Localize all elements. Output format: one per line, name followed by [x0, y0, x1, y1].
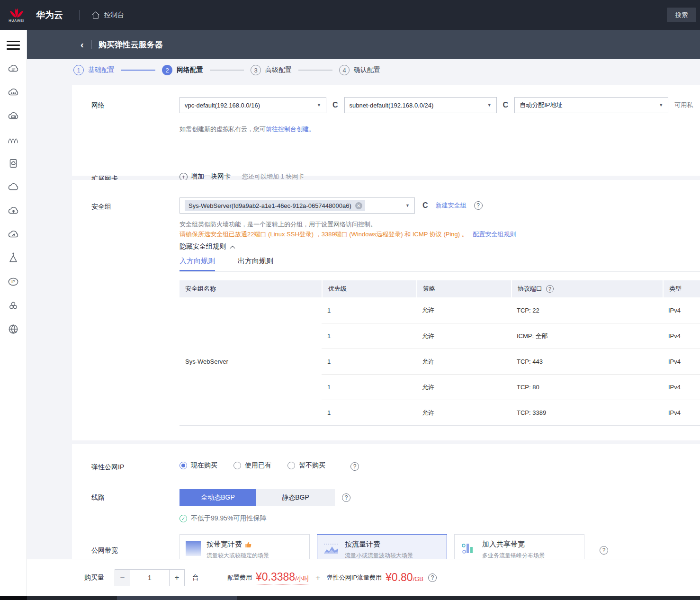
step-advanced-config[interactable]: 3 高级配置 — [251, 65, 292, 75]
available-ip-cut-text: 可用私 — [674, 101, 693, 109]
col-group-name: 安全组名称 — [179, 280, 322, 297]
cloud-upload-icon[interactable] — [7, 205, 19, 217]
check-circle-icon: ✓ — [179, 515, 187, 522]
chevron-down-icon: ▼ — [313, 103, 321, 107]
radio-buy-now-label: 现在购买 — [191, 461, 217, 470]
radio-not-now-label: 暂不购买 — [299, 461, 325, 470]
table-cell: TCP: 22 — [511, 297, 663, 323]
line-dynamic-bgp-button[interactable]: 全动态BGP — [179, 489, 256, 506]
quantity-label: 购买量 — [84, 573, 104, 582]
radio-use-existing[interactable]: 使用已有 — [233, 461, 271, 470]
plus-sign: ＋ — [314, 572, 322, 583]
step-network-config[interactable]: 2 网络配置 — [162, 65, 203, 75]
cluster-icon[interactable] — [7, 299, 19, 312]
new-security-group-link[interactable]: 新建安全组 — [436, 201, 467, 210]
step-2-circle: 2 — [162, 65, 172, 75]
ip-mode-select[interactable]: 自动分配IP地址 ▼ — [514, 97, 668, 113]
security-group-label: 安全组 — [91, 203, 111, 211]
remove-tag-icon[interactable]: ✕ — [355, 202, 362, 209]
cloud-arrow-icon[interactable] — [7, 228, 19, 241]
ip-icon[interactable]: IP — [7, 276, 19, 288]
eip-fee-unit: /GB — [413, 575, 423, 582]
page-header: ‹ 购买弹性云服务器 — [27, 30, 700, 59]
tab-inbound-rules[interactable]: 入方向规则 — [179, 250, 215, 271]
eip-help-icon[interactable]: ? — [350, 462, 359, 471]
table-cell: 允许 — [416, 323, 511, 349]
line-static-bgp-button[interactable]: 静态BGP — [256, 489, 335, 506]
quantity-stepper: − + — [115, 569, 185, 586]
radio-not-now[interactable]: 暂不购买 — [287, 461, 325, 470]
beacon-icon[interactable] — [7, 252, 19, 264]
step-1-circle: 1 — [73, 65, 84, 75]
scrollbar-thumb[interactable] — [117, 596, 237, 600]
cloud-server-icon[interactable] — [7, 63, 19, 75]
topbar-divider — [79, 10, 80, 20]
step-4-circle: 4 — [339, 65, 350, 75]
menu-toggle-icon[interactable] — [7, 38, 20, 52]
step-confirm-config[interactable]: 4 确认配置 — [339, 65, 380, 75]
eip-fee-label: 弹性公网IP流量费用 — [327, 573, 382, 582]
refresh-vpc-icon[interactable]: C — [332, 101, 338, 109]
step-3-circle: 3 — [251, 65, 261, 75]
step-connector — [210, 70, 244, 71]
protocol-help-icon[interactable]: ? — [546, 285, 554, 293]
horizontal-scrollbar[interactable] — [0, 596, 700, 600]
console-link[interactable]: 控制台 — [91, 10, 124, 20]
goto-console-link[interactable]: 前往控制台创建。 — [266, 125, 315, 133]
group-name-cell: Sys-WebServer — [179, 297, 322, 425]
back-button[interactable]: ‹ — [81, 39, 84, 50]
quantity-decrease-button[interactable]: − — [115, 569, 130, 586]
cloud-host-icon[interactable] — [7, 110, 19, 122]
bandwidth-help-icon[interactable]: ? — [600, 546, 608, 555]
radio-dot — [179, 462, 187, 469]
step-connector — [121, 70, 155, 71]
configure-rules-link[interactable]: 配置安全组规则 — [473, 231, 516, 238]
scrollbar-corner — [0, 596, 27, 600]
sla-note: ✓ 不低于99.95%可用性保障 — [179, 514, 266, 523]
step-4-label: 确认配置 — [354, 66, 380, 74]
security-group-desc: 安全组类似防火墙功能，是一个逻辑上的分组，用于设置网络访问控制。 — [179, 220, 377, 229]
vpc-select-value: vpc-default(192.168.0.0/16) — [185, 102, 260, 109]
security-group-help-icon[interactable]: ? — [474, 201, 483, 210]
fee-help-icon[interactable]: ? — [428, 573, 437, 582]
chevron-up-icon — [230, 245, 235, 249]
quantity-increase-button[interactable]: + — [170, 569, 185, 586]
brand-name[interactable]: 华为云 — [36, 9, 63, 21]
subnet-select-value: subnet-default(192.168.0.0/24) — [350, 102, 434, 109]
radio-dot — [287, 462, 295, 469]
thumb-up-icon — [245, 541, 252, 548]
image-card-icon[interactable] — [7, 157, 19, 170]
globe-icon[interactable]: w — [7, 323, 19, 335]
huawei-logo-icon — [9, 8, 25, 18]
chevron-down-icon: ▼ — [655, 103, 663, 107]
search-button-label: 搜索 — [675, 11, 688, 19]
search-button[interactable]: 搜索 — [667, 8, 696, 22]
config-fee-label: 配置费用 — [227, 573, 252, 582]
table-header: 安全组名称 优先级 策略 协议端口 ? 类型 — [179, 280, 700, 297]
vpc-select[interactable]: vpc-default(192.168.0.0/16) ▼ — [179, 97, 326, 113]
page-title: 购买弹性云服务器 — [99, 39, 163, 50]
refresh-security-group-icon[interactable]: C — [422, 201, 428, 210]
step-basic-config[interactable]: 1 基础配置 — [73, 65, 115, 75]
sla-text: 不低于99.95%可用性保障 — [191, 514, 266, 523]
table-cell: 允许 — [416, 297, 511, 323]
chevron-down-icon: ▼ — [402, 203, 410, 208]
waves-icon[interactable] — [7, 134, 19, 146]
tab-outbound-rules[interactable]: 出方向规则 — [238, 250, 273, 271]
subnet-select[interactable]: subnet-default(192.168.0.0/24) ▼ — [344, 97, 497, 113]
console-label: 控制台 — [104, 11, 124, 19]
huawei-logo[interactable]: HUAWEI — [6, 8, 27, 22]
quantity-input[interactable] — [130, 569, 170, 586]
table-cell: IPv4 — [663, 297, 700, 323]
network-label: 网络 — [91, 101, 105, 110]
security-group-select[interactable]: Sys-WebServer(fd9a9ab2-a1e1-46ec-912a-06… — [179, 197, 415, 214]
radio-buy-now[interactable]: 现在购买 — [179, 461, 217, 470]
col-policy: 策略 — [416, 280, 511, 297]
cloud-icon[interactable] — [7, 181, 19, 193]
radio-dot — [233, 462, 241, 469]
table-cell: 1 — [322, 400, 416, 425]
cloud-ellipsis-icon[interactable] — [7, 86, 19, 99]
refresh-subnet-icon[interactable]: C — [503, 101, 509, 109]
table-cell: ICMP: 全部 — [511, 323, 663, 349]
line-help-icon[interactable]: ? — [342, 493, 350, 502]
